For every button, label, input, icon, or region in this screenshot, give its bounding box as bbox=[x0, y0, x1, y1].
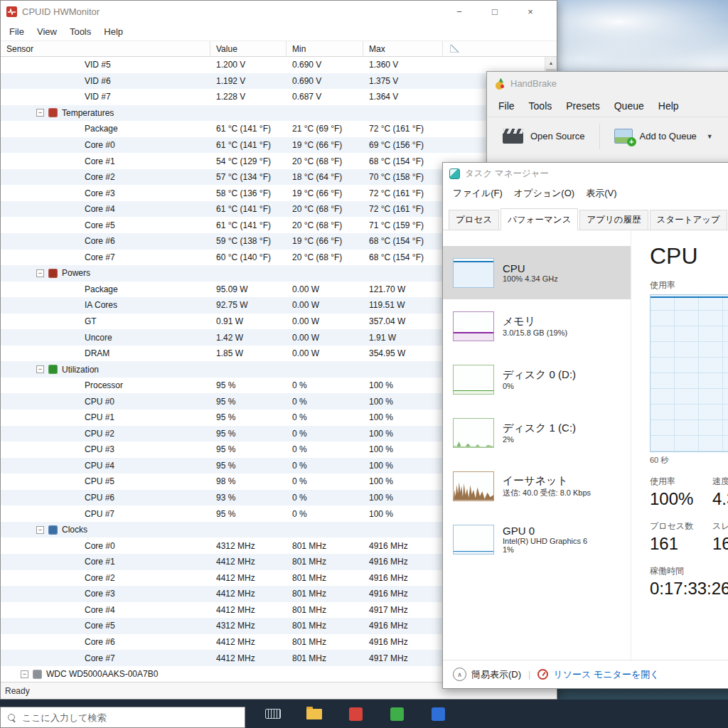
perf-item-disk1[interactable]: ディスク 1 (C:)2% bbox=[443, 406, 631, 459]
sensor-cell: VID #5 bbox=[1, 57, 210, 73]
hwmonitor-menubar: FileViewToolsHelp bbox=[1, 22, 557, 41]
expander-icon[interactable]: − bbox=[21, 670, 28, 678]
sensor-max: 68 °C (154 °F) bbox=[363, 236, 443, 246]
column-header-sensor[interactable]: Sensor bbox=[1, 41, 210, 56]
sensor-row-temperatures[interactable]: −Temperatures bbox=[1, 105, 545, 122]
sensor-cell: Processor bbox=[1, 378, 210, 394]
menu-item-0[interactable]: ファイル(F) bbox=[449, 185, 507, 202]
perf-item-text: イーサネット送信: 40.0 受信: 8.0 Kbps bbox=[503, 474, 591, 498]
tab-performance[interactable]: パフォーマンス bbox=[500, 208, 578, 230]
perf-item-subtitle: 2% bbox=[503, 435, 576, 444]
sensor-cell: Package bbox=[1, 121, 210, 137]
sensor-max: 100 % bbox=[363, 380, 443, 390]
perf-item-memory[interactable]: メモリ3.0/15.8 GB (19%) bbox=[443, 299, 631, 353]
menu-item-2[interactable]: Presets bbox=[559, 97, 606, 114]
sensor-cell: −Temperatures bbox=[1, 105, 210, 122]
expander-icon[interactable]: − bbox=[36, 269, 44, 277]
perf-item-gpu[interactable]: GPU 0Intel(R) UHD Graphics 61% bbox=[443, 513, 631, 566]
chevron-down-icon[interactable]: ▼ bbox=[707, 133, 713, 140]
sensor-min: 19 °C (66 °F) bbox=[287, 188, 363, 198]
sensor-value: 57 °C (134 °F) bbox=[210, 172, 287, 182]
sensor-value: 58 °C (136 °F) bbox=[210, 188, 287, 198]
maximize-button[interactable]: □ bbox=[477, 1, 513, 22]
search-input[interactable] bbox=[22, 712, 237, 723]
menu-item-0[interactable]: File bbox=[3, 24, 31, 39]
expander-icon[interactable]: − bbox=[36, 365, 44, 373]
column-header-max[interactable]: Max bbox=[363, 41, 443, 56]
sensor-max: 100 % bbox=[363, 461, 443, 471]
sensor-max: 4916 MHz bbox=[363, 541, 443, 551]
column-header-min[interactable]: Min bbox=[287, 41, 363, 56]
sensor-cell: Core #1 bbox=[1, 153, 210, 169]
keyboard-icon[interactable] bbox=[264, 705, 282, 722]
sensor-max: 4917 MHz bbox=[363, 605, 443, 615]
menu-item-2[interactable]: 表示(V) bbox=[582, 185, 621, 202]
taskmanager-titlebar[interactable]: タスク マネージャー bbox=[443, 163, 728, 184]
sensor-label: CPU #5 bbox=[85, 476, 114, 486]
blue-app-icon[interactable] bbox=[429, 705, 446, 722]
open-source-button[interactable]: Open Source bbox=[497, 124, 591, 148]
tab-startup[interactable]: スタートアップ bbox=[650, 210, 727, 230]
sensor-value: 95 % bbox=[210, 429, 287, 439]
simple-view-button[interactable]: ∧ 簡易表示(D) bbox=[453, 668, 521, 681]
add-to-queue-button[interactable]: Add to Queue ▼ bbox=[609, 124, 719, 148]
handbrake-titlebar[interactable]: HandBrake bbox=[487, 72, 728, 95]
perf-item-text: ディスク 1 (C:)2% bbox=[503, 422, 576, 444]
disk1-sparkline-icon bbox=[453, 418, 494, 448]
handbrake-toolbar: Open Source Add to Queue ▼ bbox=[487, 117, 728, 155]
sensor-value: 95.09 W bbox=[210, 284, 287, 294]
close-button[interactable]: × bbox=[513, 1, 548, 22]
sensor-value: 61 °C (141 °F) bbox=[210, 140, 287, 150]
menu-item-1[interactable]: View bbox=[31, 24, 63, 39]
perf-item-subtitle: 3.0/15.8 GB (19%) bbox=[503, 328, 567, 337]
cpu-panel: CPU 使用率 60 秒 使用率100%速度4.3プロセス数161スレッド16稼… bbox=[631, 230, 728, 660]
menu-item-4[interactable]: Help bbox=[651, 97, 686, 114]
red-app-icon[interactable] bbox=[347, 705, 364, 722]
sensor-value: 59 °C (138 °F) bbox=[210, 236, 287, 246]
scroll-up-button[interactable]: ▲ bbox=[545, 57, 557, 69]
sensor-row-core-0[interactable]: Core #061 °C (141 °F)19 °C (66 °F)69 °C … bbox=[1, 137, 545, 154]
sensor-row-vid-5[interactable]: VID #51.200 V0.690 V1.360 V bbox=[1, 57, 545, 73]
perf-item-disk0[interactable]: ディスク 0 (D:)0% bbox=[443, 353, 631, 406]
tab-app-history[interactable]: アプリの履歴 bbox=[579, 210, 648, 230]
perf-item-subtitle2: 1% bbox=[503, 545, 587, 554]
file-explorer-icon[interactable] bbox=[306, 705, 323, 722]
minimize-button[interactable]: − bbox=[441, 1, 477, 22]
column-header-value[interactable]: Value bbox=[210, 41, 287, 56]
clapperboard-icon bbox=[503, 129, 523, 144]
sensor-min: 801 MHz bbox=[287, 573, 363, 583]
sensor-row-vid-7[interactable]: VID #71.228 V0.687 V1.364 V bbox=[1, 89, 545, 105]
green-app-icon[interactable] bbox=[388, 705, 405, 722]
sensor-max: 100 % bbox=[363, 412, 443, 422]
sensor-value: 4312 MHz bbox=[210, 621, 287, 631]
menu-item-3[interactable]: Queue bbox=[607, 97, 651, 114]
sensor-row-package[interactable]: Package61 °C (141 °F)21 °C (69 °F)72 °C … bbox=[1, 121, 545, 137]
tab-processes[interactable]: プロセス bbox=[449, 210, 499, 230]
sensor-min: 801 MHz bbox=[287, 605, 363, 615]
menu-item-3[interactable]: Help bbox=[97, 24, 129, 39]
perf-item-cpu[interactable]: CPU100% 4.34 GHz bbox=[443, 246, 631, 299]
sensor-cell: Core #7 bbox=[1, 250, 210, 266]
sensor-label: CPU #3 bbox=[85, 444, 114, 454]
menu-item-0[interactable]: File bbox=[491, 97, 522, 114]
expander-icon[interactable]: − bbox=[36, 526, 44, 534]
column-header-extra[interactable] bbox=[443, 41, 557, 56]
menu-item-2[interactable]: Tools bbox=[63, 24, 97, 39]
perf-item-ethernet[interactable]: イーサネット送信: 40.0 受信: 8.0 Kbps bbox=[443, 459, 631, 513]
sensor-max: 1.375 V bbox=[363, 76, 443, 86]
sensor-label: Core #6 bbox=[85, 637, 115, 647]
sensor-cell: Core #2 bbox=[1, 169, 210, 186]
resource-monitor-link[interactable]: リソース モニターを開く bbox=[537, 668, 659, 681]
perf-item-title: ディスク 1 (C:) bbox=[503, 422, 576, 435]
taskbar-search[interactable] bbox=[0, 707, 245, 728]
sensor-value: 61 °C (141 °F) bbox=[210, 220, 287, 230]
hwmonitor-app-icon bbox=[6, 6, 17, 17]
expander-icon[interactable]: − bbox=[36, 109, 44, 117]
menu-item-1[interactable]: Tools bbox=[522, 97, 560, 114]
sensor-row-vid-6[interactable]: VID #61.192 V0.690 V1.375 V bbox=[1, 73, 545, 90]
simple-view-label: 簡易表示(D) bbox=[471, 668, 521, 681]
sensor-min: 801 MHz bbox=[287, 653, 363, 663]
hwmonitor-titlebar[interactable]: CPUID HWMonitor − □ × bbox=[1, 1, 557, 22]
sensor-value: 4412 MHz bbox=[210, 573, 287, 583]
menu-item-1[interactable]: オプション(O) bbox=[510, 185, 579, 202]
